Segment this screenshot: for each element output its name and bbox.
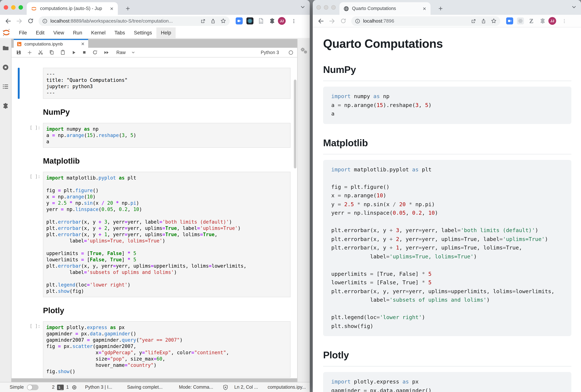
toolbar-stop-icon[interactable] (82, 50, 87, 55)
menu-item-settings[interactable]: Settings (130, 27, 156, 38)
cell-editor[interactable]: import matplotlib.pyplot as plt fig = pl… (43, 172, 290, 297)
toolbar-restart-icon[interactable] (92, 50, 98, 55)
sidebar-folder-icon[interactable] (2, 45, 9, 51)
code-line: a = np.arange(15).reshape(3, 5) (46, 132, 287, 138)
toolbar-copy-icon[interactable] (49, 50, 54, 55)
notebook-scrollbar[interactable] (294, 80, 296, 169)
reload-button[interactable] (339, 16, 348, 25)
toolbar-paste-icon[interactable] (60, 50, 66, 55)
code-line: gapminder = px.data.gapminder() (331, 386, 563, 392)
code-line: plt.errorbar(x, y, yerr=yerr, uplims=upp… (331, 287, 563, 296)
star-icon[interactable] (220, 18, 226, 24)
address-bar[interactable]: localhost:7896 (351, 16, 500, 26)
minimize-window-button[interactable] (11, 5, 16, 10)
markdown-cell[interactable]: Matplotlib (17, 157, 290, 166)
sidebar-puzzle-ext-icon[interactable] (2, 103, 9, 109)
puzzle-extension-icon[interactable] (268, 17, 276, 25)
puzzle-muted-extension-icon[interactable] (539, 17, 546, 25)
cell-editor[interactable]: import plotly.express as pxgapminder = p… (43, 321, 290, 378)
raw-cell[interactable]: ---title: "Quarto Computations"jupyter: … (17, 68, 290, 99)
markdown-cell[interactable]: Plotly (17, 306, 290, 315)
forward-button[interactable] (15, 16, 24, 25)
url-text[interactable]: localhost:7896 (363, 18, 468, 24)
url-text[interactable]: localhost:8889/lab/workspaces/auto-S/tre… (50, 18, 198, 24)
sidebar-running-icon[interactable] (2, 64, 9, 71)
simple-mode-toggle[interactable] (27, 385, 38, 390)
cell-editor[interactable]: import numpy as npa = np.arange(15).resh… (43, 123, 290, 148)
notebook-tab[interactable]: computations.ipynb (14, 39, 88, 48)
terminal-count[interactable]: 2 (52, 385, 54, 390)
kernel-status-icon[interactable] (288, 50, 294, 55)
open-in-new-icon[interactable] (200, 18, 206, 23)
site-info-icon[interactable] (355, 18, 360, 23)
zoom-window-button[interactable] (18, 5, 23, 10)
code-cell[interactable]: [ ]:import matplotlib.pyplot as plt fig … (17, 172, 290, 297)
kernel-status-text[interactable]: Python 3 | I... (85, 385, 112, 390)
toolbar-fast-forward-icon[interactable] (104, 49, 109, 55)
code-cell[interactable]: [ ]:import plotly.express as pxgapminder… (17, 321, 290, 378)
command-mode-status[interactable]: Mode: Comma... (179, 385, 213, 390)
zoom-extension-icon[interactable] (506, 17, 513, 24)
share-icon[interactable] (210, 18, 216, 23)
close-tab-icon[interactable] (421, 5, 428, 12)
toolbar-add-icon[interactable] (27, 50, 32, 55)
address-bar[interactable]: localhost:8889/lab/workspaces/auto-S/tre… (38, 16, 230, 26)
sidebar-toc-icon[interactable] (2, 83, 9, 90)
traffic-lights[interactable] (4, 5, 23, 10)
react-extension-icon[interactable] (517, 17, 524, 24)
toolbar-run-icon[interactable] (71, 50, 76, 55)
kernel-count[interactable]: 1 (66, 385, 69, 390)
new-tab-button[interactable] (123, 4, 133, 13)
traffic-lights-inactive[interactable] (316, 5, 336, 10)
code-line: a (331, 110, 563, 118)
menu-item-kernel[interactable]: Kernel (87, 27, 110, 38)
cell-gutter (17, 108, 43, 117)
toolbar-save-icon[interactable] (16, 50, 22, 55)
menu-item-edit[interactable]: Edit (32, 27, 49, 38)
close-window-button[interactable] (316, 5, 321, 10)
back-button[interactable] (4, 16, 12, 25)
browser-menu-icon[interactable] (290, 16, 298, 25)
star-icon[interactable] (491, 18, 496, 24)
zotero-extension-icon[interactable]: Z (528, 17, 535, 25)
cursor-position[interactable]: Ln 2, Col ... (234, 385, 258, 390)
cell-type-chevron-icon[interactable] (131, 50, 135, 54)
browser-menu-icon[interactable] (560, 16, 569, 25)
profile-avatar[interactable]: JJ (548, 17, 556, 25)
new-tab-button[interactable] (436, 4, 446, 13)
browser-tab-quarto[interactable]: Quarto Computations (340, 2, 430, 15)
toolbar-cut-icon[interactable] (38, 50, 43, 55)
tab-search-chevron-icon[interactable] (571, 4, 576, 10)
back-button[interactable] (316, 16, 325, 25)
open-in-new-icon[interactable] (471, 18, 476, 23)
share-icon[interactable] (481, 18, 486, 23)
tab-search-chevron-icon[interactable] (300, 4, 305, 10)
reload-button[interactable] (26, 16, 35, 25)
menu-item-run[interactable]: Run (68, 27, 87, 38)
close-tab-icon[interactable] (108, 5, 115, 12)
menu-item-file[interactable]: File (14, 27, 32, 38)
profile-avatar[interactable]: JJ (278, 17, 286, 25)
minimize-window-button[interactable] (324, 5, 328, 10)
menu-item-help[interactable]: Help (156, 27, 176, 38)
menu-item-tabs[interactable]: Tabs (110, 27, 130, 38)
markdown-cell[interactable]: NumPy (17, 108, 290, 117)
code-cell[interactable]: [ ]:import numpy as npa = np.arange(15).… (17, 123, 290, 148)
right-sidebar (297, 39, 310, 382)
site-info-icon[interactable] (42, 18, 48, 23)
trust-shield-icon[interactable] (223, 385, 228, 390)
kernel-name[interactable]: Python 3 (261, 50, 279, 55)
cell-type-dropdown[interactable]: Raw (116, 50, 126, 55)
document-extension-icon[interactable] (257, 17, 264, 25)
cell-editor[interactable]: ---title: "Quarto Computations"jupyter: … (43, 68, 290, 99)
menu-item-view[interactable]: View (49, 27, 68, 38)
close-notebook-icon[interactable] (79, 40, 86, 47)
close-window-button[interactable] (4, 5, 8, 10)
property-inspector-gears-icon[interactable] (300, 47, 308, 382)
zoom-extension-icon[interactable] (236, 17, 243, 24)
code-line: y = 2.5 * np.sin(x / 20 * np.pi) (331, 200, 563, 209)
react-extension-icon[interactable] (246, 17, 254, 24)
browser-tab-jupyterlab[interactable]: computations.ip (auto-S) - Jup (27, 2, 118, 15)
zoom-window-button[interactable] (331, 5, 336, 10)
forward-button[interactable] (328, 16, 336, 25)
